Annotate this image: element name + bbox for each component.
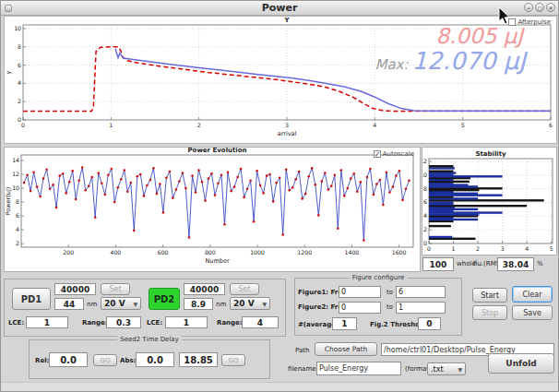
abs-label: Abs: bbox=[120, 357, 136, 364]
save-button[interactable]: Save bbox=[512, 305, 553, 320]
chevron-down-icon: ▼ bbox=[458, 366, 462, 373]
pd2-lce-input[interactable] bbox=[165, 316, 208, 328]
figure2-panel: 20040060080010001200140016002468101214Po… bbox=[4, 147, 421, 272]
pd1-voltage-select[interactable]: 20 V▼ bbox=[101, 297, 141, 310]
figure2-from-input[interactable] bbox=[339, 302, 381, 314]
figure1-to-label: to bbox=[387, 289, 393, 296]
fig2-threshold-input[interactable] bbox=[418, 317, 441, 330]
abs-position-input[interactable] bbox=[179, 352, 218, 367]
afterpulse-checkbox[interactable]: Afterpulse bbox=[508, 18, 551, 26]
pd2-wavelength-input[interactable] bbox=[184, 298, 213, 310]
minimize-button[interactable]: − bbox=[524, 3, 533, 12]
start-button[interactable]: Start bbox=[472, 288, 507, 303]
svg-text:2: 2 bbox=[476, 245, 480, 252]
svg-text:10: 10 bbox=[422, 172, 427, 178]
average-input[interactable] bbox=[332, 317, 357, 330]
pd2-freq-input[interactable] bbox=[184, 283, 225, 295]
svg-text:4: 4 bbox=[18, 79, 21, 86]
svg-text:2: 2 bbox=[18, 98, 21, 104]
rel-delay-input[interactable] bbox=[49, 352, 88, 367]
stability-panel: 012345024681012Stability bbox=[422, 147, 557, 255]
svg-text:12: 12 bbox=[12, 171, 19, 177]
svg-text:6: 6 bbox=[16, 212, 19, 219]
percent-label: % bbox=[537, 260, 543, 267]
svg-text:1600: 1600 bbox=[392, 249, 407, 255]
pd1-set-button[interactable]: Set bbox=[101, 283, 130, 295]
svg-text:Y: Y bbox=[283, 17, 290, 24]
pd2-range-label: Range: bbox=[217, 319, 243, 327]
clear-button[interactable]: Clear bbox=[512, 286, 553, 303]
pd2-voltage-select[interactable]: 20 V▼ bbox=[230, 297, 270, 310]
path-label: Path bbox=[295, 347, 309, 354]
format-select[interactable]: .txt▼ bbox=[427, 362, 466, 375]
close-button[interactable]: ✕ bbox=[546, 3, 555, 12]
svg-text:Power Evolution: Power Evolution bbox=[187, 148, 246, 154]
afterpulse-checkbox-box[interactable] bbox=[508, 18, 516, 26]
svg-text:800: 800 bbox=[205, 249, 216, 255]
svg-text:4: 4 bbox=[16, 226, 19, 232]
pd1-lce-label: LCE: bbox=[8, 319, 24, 327]
svg-text:5: 5 bbox=[550, 245, 553, 252]
pd1-nm-label: nm bbox=[87, 301, 97, 308]
power-evolution-plot: 20040060080010001200140016002468101214Po… bbox=[5, 148, 420, 271]
figure1-to-input[interactable] bbox=[396, 286, 446, 298]
pd1-wavelength-input[interactable] bbox=[54, 298, 84, 310]
figure1-from-input[interactable] bbox=[339, 286, 381, 298]
pd1-lce-input[interactable] bbox=[26, 316, 68, 328]
svg-text:8: 8 bbox=[16, 198, 19, 205]
filename-input[interactable] bbox=[316, 362, 401, 375]
pd1-button[interactable]: PD1 bbox=[12, 288, 51, 310]
pd1-voltage-value: 20 V bbox=[104, 299, 125, 308]
rel-label: Rel: bbox=[35, 357, 49, 364]
stop-button[interactable]: Stop bbox=[472, 305, 507, 320]
figure2-to-input[interactable] bbox=[396, 302, 446, 314]
stability-plot: 012345024681012Stability bbox=[422, 148, 556, 255]
current-energy-value: 8.005 µJ bbox=[435, 24, 523, 48]
svg-text:y: y bbox=[5, 70, 12, 74]
sample-count-input[interactable] bbox=[422, 257, 454, 271]
svg-text:8: 8 bbox=[423, 185, 427, 192]
svg-text:0: 0 bbox=[427, 245, 431, 252]
svg-text:600: 600 bbox=[158, 249, 169, 255]
svg-text:6: 6 bbox=[423, 198, 427, 205]
svg-text:4: 4 bbox=[423, 212, 427, 219]
svg-text:12: 12 bbox=[422, 158, 427, 164]
pd2-button[interactable]: PD2 bbox=[149, 288, 180, 310]
svg-text:1000: 1000 bbox=[250, 249, 265, 255]
svg-text:10: 10 bbox=[12, 184, 19, 191]
pd2-set-button[interactable]: Set bbox=[230, 283, 259, 295]
svg-text:4: 4 bbox=[373, 122, 376, 128]
unfold-button[interactable]: Unfold bbox=[488, 353, 554, 374]
svg-text:1200: 1200 bbox=[297, 249, 312, 255]
window-menu-icon[interactable] bbox=[5, 5, 12, 12]
pd1-freq-input[interactable] bbox=[54, 283, 96, 295]
svg-text:200: 200 bbox=[63, 249, 74, 255]
svg-text:Number: Number bbox=[205, 257, 229, 265]
abs-delay-input[interactable] bbox=[136, 352, 174, 367]
svg-text:Stability: Stability bbox=[475, 150, 506, 158]
svg-text:6: 6 bbox=[549, 122, 553, 128]
autoscale-checkbox[interactable]: ✓ Autoscale bbox=[374, 150, 414, 158]
format-value: .txt bbox=[431, 365, 444, 374]
abs-go-button[interactable]: GO bbox=[221, 354, 245, 366]
figure1-panel: 01234560246810Yarrivaly 8.005 µJ Max:12.… bbox=[4, 16, 557, 144]
svg-text:0: 0 bbox=[423, 240, 427, 246]
pd1-range-input[interactable] bbox=[106, 316, 141, 328]
maximize-button[interactable]: ▢ bbox=[535, 3, 544, 12]
svg-text:3: 3 bbox=[285, 122, 289, 128]
svg-text:10: 10 bbox=[14, 25, 21, 31]
svg-text:1: 1 bbox=[452, 245, 456, 252]
pd2-lce-label: LCE: bbox=[147, 319, 162, 327]
rel-go-button[interactable]: GO bbox=[93, 354, 117, 366]
pd2-range-input[interactable] bbox=[242, 316, 279, 328]
autoscale-checkbox-box[interactable]: ✓ bbox=[374, 150, 381, 158]
svg-text:400: 400 bbox=[111, 249, 122, 255]
window-title: Power bbox=[262, 2, 298, 14]
max-label: Max: bbox=[375, 56, 408, 73]
figure2-to-label: to bbox=[387, 303, 393, 311]
rms-value-input[interactable] bbox=[497, 257, 534, 271]
choose-path-button[interactable]: Choose Path bbox=[315, 342, 377, 356]
svg-text:arrival: arrival bbox=[278, 130, 297, 137]
chevron-down-icon: ▼ bbox=[133, 301, 137, 307]
seed2-legend: Seed2 Time Delay bbox=[117, 336, 182, 343]
